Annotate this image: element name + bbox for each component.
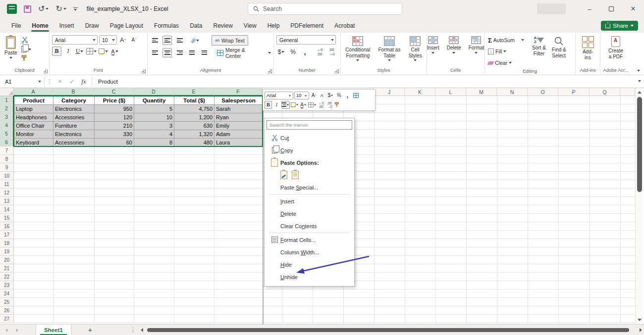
tab-file[interactable]: File xyxy=(6,19,26,33)
decrease-font-button[interactable]: Aˇ xyxy=(129,35,139,45)
row-header-16[interactable]: 16 xyxy=(0,222,14,231)
excel-app-icon[interactable] xyxy=(7,4,17,14)
column-header-C[interactable]: C xyxy=(94,88,134,96)
save-icon[interactable] xyxy=(24,5,31,13)
mini-increase-font-button[interactable]: A^ xyxy=(310,92,318,99)
mini-borders-button[interactable] xyxy=(308,101,317,109)
clipboard-dialog-launcher[interactable] xyxy=(44,69,48,73)
font-dialog-launcher[interactable] xyxy=(142,69,146,73)
cell-B2[interactable]: Electronics xyxy=(54,105,95,113)
chevron-down-icon[interactable] xyxy=(63,8,66,10)
select-all-corner[interactable] xyxy=(0,88,14,96)
paste-button[interactable]: Paste xyxy=(2,35,19,60)
scroll-right-icon[interactable] xyxy=(640,328,642,332)
new-sheet-button[interactable]: + xyxy=(80,326,100,334)
tab-home[interactable]: Home xyxy=(26,19,54,33)
menu-item-paste-options[interactable]: Paste Options: xyxy=(265,156,354,169)
row-header-26[interactable]: 26 xyxy=(0,306,14,315)
column-header-K[interactable]: K xyxy=(405,88,435,96)
sort-filter-button[interactable]: AZ Sort & Filter xyxy=(530,35,548,57)
scroll-down-icon[interactable] xyxy=(638,319,642,321)
orientation-button[interactable]: ab xyxy=(190,36,200,45)
menu-item-copy[interactable]: Copy xyxy=(265,144,354,156)
accounting-format-button[interactable]: $ xyxy=(276,47,286,56)
row-header-25[interactable]: 25 xyxy=(0,298,14,306)
row-header-3[interactable]: 3 xyxy=(0,113,14,121)
increase-indent-button[interactable] xyxy=(200,48,209,57)
wrap-text-button[interactable]: ab Wrap Text xyxy=(212,35,248,46)
column-header-E[interactable]: E xyxy=(174,88,214,96)
mini-percent-button[interactable]: % xyxy=(335,92,343,99)
column-header-N[interactable]: N xyxy=(497,88,528,96)
paste-keep-formatting-icon[interactable] xyxy=(280,171,287,179)
cell-D2[interactable]: 5 xyxy=(134,105,174,113)
cell-F6[interactable]: Laura xyxy=(215,139,263,147)
mini-decrease-font-button[interactable]: Aˇ xyxy=(319,92,326,99)
row-header-20[interactable]: 20 xyxy=(0,256,14,264)
column-header-Q[interactable]: Q xyxy=(590,88,620,96)
row-header-10[interactable]: 10 xyxy=(0,172,14,180)
format-as-table-button[interactable]: Format as Table xyxy=(376,35,402,62)
increase-font-button[interactable]: A^ xyxy=(118,35,128,45)
cell-A3[interactable]: Headphones xyxy=(14,113,54,122)
delete-cells-button[interactable]: Delete xyxy=(445,35,463,55)
row-header-7[interactable]: 7 xyxy=(0,146,14,155)
comma-style-button[interactable]: , xyxy=(300,47,310,56)
column-header-M[interactable]: M xyxy=(466,88,497,96)
column-header-B[interactable]: B xyxy=(53,88,94,96)
cut-icon[interactable] xyxy=(21,37,28,44)
font-color-button[interactable]: A xyxy=(110,47,119,56)
column-header-partial[interactable] xyxy=(620,88,635,96)
decrease-indent-button[interactable] xyxy=(187,48,197,57)
row-header-6[interactable]: 6 xyxy=(0,138,14,146)
horizontal-scrollbar[interactable] xyxy=(141,325,637,335)
row-header-1[interactable]: 1 xyxy=(0,96,14,104)
menu-search-input[interactable]: Search the menus xyxy=(267,120,352,130)
number-format-select[interactable]: General xyxy=(276,35,336,45)
row-header-12[interactable]: 12 xyxy=(0,189,14,197)
font-family-select[interactable]: Arial xyxy=(52,35,98,45)
tab-acrobat[interactable]: Acrobat xyxy=(329,19,360,33)
horizontal-scroll-thumb[interactable] xyxy=(147,328,629,332)
paste-values-icon[interactable] xyxy=(292,171,299,179)
cell-E3[interactable]: 1,200 xyxy=(174,113,215,122)
alignment-dialog-launcher[interactable] xyxy=(268,69,272,73)
row-header-11[interactable]: 11 xyxy=(0,180,14,189)
cell-C2[interactable]: 950 xyxy=(95,105,134,113)
cell-D3[interactable]: 10 xyxy=(134,113,174,122)
menu-item-paste-special[interactable]: Paste Special... xyxy=(265,181,354,193)
cell-D6[interactable]: 8 xyxy=(134,139,174,147)
cell-B5[interactable]: Electronics xyxy=(54,130,95,139)
formula-content[interactable]: Product xyxy=(92,79,118,85)
cancel-button[interactable]: × xyxy=(54,78,66,85)
tab-page-layout[interactable]: Page Layout xyxy=(105,19,149,33)
horizontal-scroll-track[interactable] xyxy=(145,328,637,333)
row-header-18[interactable]: 18 xyxy=(0,239,14,247)
mini-comma-button[interactable]: , xyxy=(344,92,351,99)
italic-button[interactable]: I xyxy=(63,47,73,56)
format-painter-icon[interactable] xyxy=(334,102,340,107)
mini-font-color-button[interactable]: A xyxy=(300,101,307,109)
cell-F3[interactable]: Ryan xyxy=(215,113,263,122)
cell-E4[interactable]: 630 xyxy=(174,122,215,130)
minimize-button[interactable]: – xyxy=(579,0,600,18)
create-pdf-button[interactable]: Create a PDF xyxy=(606,35,625,60)
mini-increase-decimal-button[interactable]: ←0.00 xyxy=(318,101,325,109)
fill-button[interactable]: ↓Fill xyxy=(487,47,525,56)
decrease-decimal-button[interactable]: .00→0 xyxy=(327,47,336,56)
cell-D5[interactable]: 4 xyxy=(134,130,174,139)
cell-B1[interactable]: Category xyxy=(54,96,95,105)
cell-A1[interactable]: Product xyxy=(14,96,54,105)
cell-A2[interactable]: Laptop xyxy=(14,105,54,113)
customize-qat-button[interactable] xyxy=(73,7,78,11)
cell-F2[interactable]: Sarah xyxy=(215,105,263,113)
autosum-button[interactable]: ΣAutoSum xyxy=(487,35,525,45)
find-select-button[interactable]: Find & Select xyxy=(550,35,568,59)
mini-bold-button[interactable]: B xyxy=(265,101,272,109)
insert-cells-button[interactable]: Insert xyxy=(425,35,441,55)
column-header-P[interactable]: P xyxy=(558,88,590,96)
tab-pdfelement[interactable]: PDFelement xyxy=(285,19,329,33)
chevron-down-icon[interactable] xyxy=(46,8,49,10)
tab-help[interactable]: Help xyxy=(262,19,285,33)
undo-button[interactable]: ↺ xyxy=(38,5,49,13)
